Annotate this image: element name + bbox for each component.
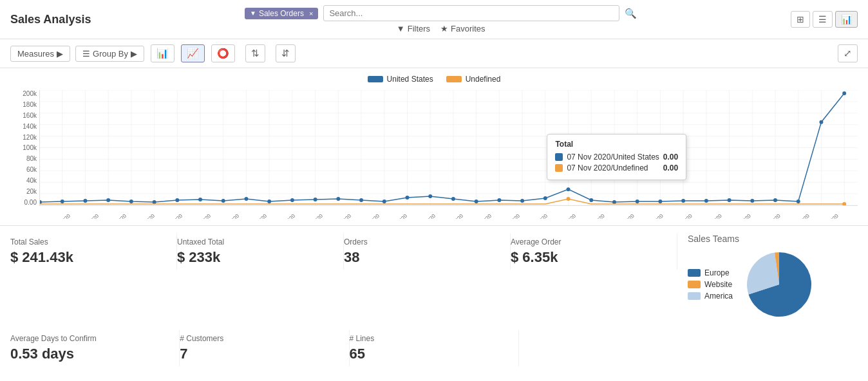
- svg-point-56: [267, 200, 271, 203]
- groupby-chevron-icon: ▶: [131, 49, 137, 59]
- filter-tag[interactable]: ▼ Sales Orders ×: [245, 8, 318, 19]
- svg-point-57: [290, 198, 294, 202]
- total-sales-value: $ 241.43k: [10, 249, 166, 266]
- svg-point-68: [543, 196, 547, 200]
- header-right: ⊞ ☰ 📊: [791, 11, 858, 28]
- chart-tooltip: Total 07 Nov 2020/United States 0.00 07 …: [547, 134, 686, 180]
- svg-point-54: [222, 199, 225, 203]
- svg-point-50: [129, 200, 133, 203]
- group-by-button[interactable]: ☰ Group By ▶: [75, 46, 144, 62]
- pie-legend-label-europe: Europe: [704, 268, 730, 277]
- untaxed-total-value: $ 233k: [177, 249, 333, 266]
- svg-point-81: [842, 91, 846, 95]
- y-axis: 200k 180k 160k 140k 120k 100k 80k 60k 40…: [10, 90, 39, 206]
- svg-point-59: [336, 197, 340, 201]
- average-order-label: Average Order: [511, 237, 666, 246]
- tooltip-color-undefined: [555, 164, 563, 172]
- svg-point-60: [359, 198, 363, 202]
- svg-point-52: [175, 198, 179, 202]
- legend-color-us: [368, 76, 383, 82]
- legend-label-undefined: Undefined: [466, 75, 501, 84]
- sales-teams-title: Sales Teams: [688, 234, 858, 244]
- pie-legend-color-website: [688, 281, 701, 288]
- svg-point-61: [382, 200, 386, 203]
- metric-orders: Orders 38: [344, 234, 511, 270]
- view-kanban-button[interactable]: ⊞: [791, 11, 810, 28]
- filter-tag-label: Sales Orders: [259, 9, 304, 18]
- svg-point-63: [428, 194, 432, 198]
- untaxed-total-label: Untaxed Total: [177, 237, 333, 246]
- svg-point-58: [314, 198, 317, 201]
- svg-point-78: [773, 198, 777, 202]
- tooltip-color-us: [555, 153, 563, 161]
- svg-point-72: [636, 200, 639, 203]
- favorites-button[interactable]: ★ Favorites: [440, 24, 485, 33]
- chart-legend: United States Undefined: [10, 75, 858, 84]
- customers-value: 7: [180, 346, 338, 362]
- chart-svg: [40, 90, 858, 205]
- svg-point-71: [612, 200, 616, 204]
- metric-customers: # Customers 7: [180, 330, 349, 366]
- metric-avg-days: Average Days to Confirm 0.53 days: [10, 330, 180, 366]
- svg-point-82: [567, 197, 571, 201]
- x-axis: 13 Oct 2020 14 Oct 2020 15 Oct 2020 16 O…: [39, 206, 858, 219]
- pie-chart-svg: [741, 249, 818, 320]
- svg-point-49: [106, 198, 110, 202]
- metric-average-order: Average Order $ 6.35k: [511, 234, 677, 270]
- tooltip-row-undefined: 07 Nov 2020/Undefined 0.00: [555, 163, 678, 172]
- search-row: ▼ Sales Orders × 🔍: [245, 5, 637, 21]
- pie-legend: Europe Website America: [688, 268, 733, 301]
- filter-funnel-icon: ▼: [397, 24, 405, 33]
- bar-chart-button[interactable]: 📊: [151, 44, 175, 62]
- svg-point-70: [589, 198, 593, 202]
- line-chart-button[interactable]: 📈: [181, 44, 205, 62]
- chart-plot: Total 07 Nov 2020/United States 0.00 07 …: [39, 90, 858, 206]
- pie-legend-color-europe: [688, 269, 701, 277]
- metric-total-sales: Total Sales $ 241.43k: [10, 234, 177, 270]
- metric-lines: # Lines 65: [350, 330, 519, 366]
- svg-point-74: [681, 199, 685, 203]
- chart-container: 200k 180k 160k 140k 120k 100k 80k 60k 40…: [10, 90, 858, 219]
- orders-value: 38: [344, 249, 500, 266]
- view-list-button[interactable]: ☰: [813, 11, 833, 28]
- svg-point-80: [819, 120, 823, 124]
- tooltip-label-us: 07 Nov 2020/United States: [567, 153, 659, 162]
- tooltip-value-undefined: 0.00: [663, 163, 678, 172]
- svg-point-53: [198, 198, 202, 201]
- star-icon: ★: [440, 24, 448, 33]
- search-input[interactable]: [323, 5, 619, 21]
- svg-point-75: [704, 199, 708, 203]
- tooltip-title: Total: [555, 140, 678, 149]
- toolbar: Measures ▶ ☰ Group By ▶ 📊 📈 ⭕ ⇅ ⇵ ⤢: [0, 39, 868, 68]
- tooltip-value-us: 0.00: [663, 153, 678, 162]
- measures-button[interactable]: Measures ▶: [10, 46, 70, 62]
- measures-chevron-icon: ▶: [57, 49, 63, 59]
- filters-button[interactable]: ▼ Filters: [397, 24, 430, 33]
- pie-legend-label-america: America: [704, 292, 733, 301]
- metric-untaxed-total: Untaxed Total $ 233k: [177, 234, 344, 270]
- total-sales-label: Total Sales: [10, 237, 166, 246]
- svg-point-83: [842, 202, 846, 205]
- expand-button[interactable]: ⤢: [838, 44, 858, 62]
- svg-point-48: [83, 199, 87, 203]
- pie-area: Europe Website America: [688, 249, 858, 320]
- svg-point-51: [153, 200, 156, 204]
- pie-legend-europe: Europe: [688, 268, 733, 277]
- list-icon: ☰: [82, 49, 90, 59]
- view-chart-button[interactable]: 📊: [835, 11, 858, 28]
- legend-item-undefined: Undefined: [446, 75, 501, 84]
- sort-desc-button[interactable]: ⇵: [276, 44, 296, 62]
- filter-tag-close[interactable]: ×: [309, 10, 313, 17]
- svg-point-66: [497, 198, 501, 202]
- svg-point-79: [797, 200, 800, 203]
- search-button[interactable]: 🔍: [625, 8, 637, 19]
- orders-label: Orders: [344, 237, 500, 246]
- svg-point-76: [728, 198, 731, 202]
- pie-chart-button[interactable]: ⭕: [211, 44, 235, 62]
- tooltip-label-undefined: 07 Nov 2020/Undefined: [567, 163, 648, 172]
- avg-days-value: 0.53 days: [10, 346, 169, 362]
- legend-label-us: United States: [387, 75, 433, 84]
- lines-label: # Lines: [350, 334, 508, 343]
- sort-asc-button[interactable]: ⇅: [245, 44, 265, 62]
- sales-teams-block: Sales Teams Europe Website America: [677, 234, 858, 320]
